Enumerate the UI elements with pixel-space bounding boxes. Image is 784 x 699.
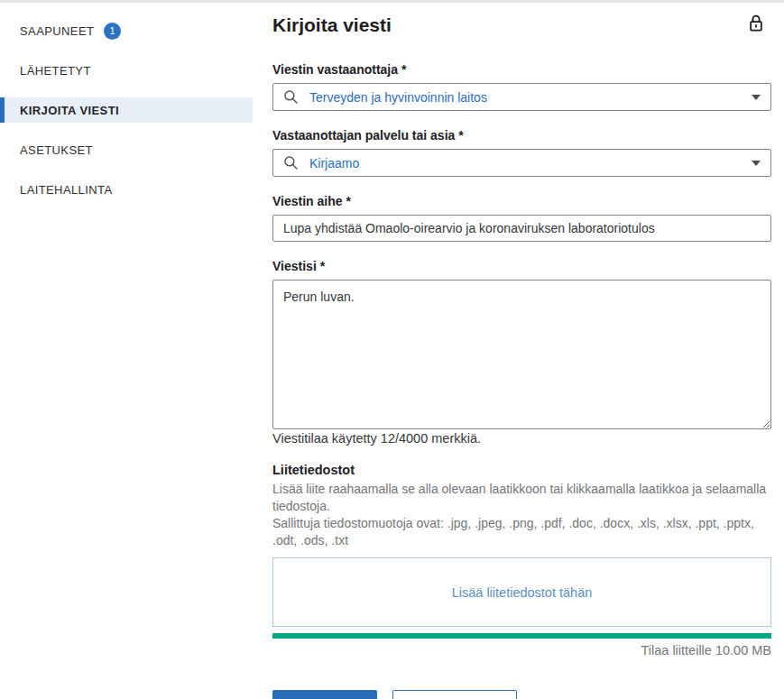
- service-select[interactable]: Kirjaamo: [272, 149, 771, 177]
- attachment-dropzone[interactable]: Lisää liitetiedostot tähän: [272, 557, 771, 627]
- attachment-space-info: Tilaa liitteille 10.00 MB: [272, 643, 771, 658]
- page-title: Kirjoita viesti: [272, 13, 392, 38]
- search-icon: [283, 155, 299, 170]
- character-count: Viestitilaa käytetty 12/4000 merkkiä.: [272, 431, 771, 446]
- search-icon: [283, 89, 299, 105]
- chevron-down-icon: [752, 95, 761, 100]
- sidebar-item-lahetetyt[interactable]: LÄHETETYT: [0, 58, 253, 83]
- service-value: Kirjaamo: [309, 156, 359, 170]
- recipient-value: Terveyden ja hyvinvoinnin laitos: [309, 90, 487, 105]
- cancel-button[interactable]: Peruuta kirjoitus: [392, 690, 518, 699]
- attachment-space-bar: [272, 633, 771, 639]
- subject-label: Viestin aihe *: [272, 193, 771, 209]
- sidebar-item-label: SAAPUNEET: [20, 24, 94, 38]
- subject-input[interactable]: [272, 215, 771, 242]
- message-label: Viestisi *: [272, 258, 771, 274]
- sidebar-item-saapuneet[interactable]: SAAPUNEET 1: [0, 18, 253, 43]
- page-layout: SAAPUNEET 1 LÄHETETYT KIRJOITA VIESTI AS…: [0, 3, 784, 699]
- send-button[interactable]: Lähetä viesti: [272, 690, 377, 699]
- attachments-help: Lisää liite raahaamalla se alla olevaan …: [272, 481, 771, 549]
- title-row: Kirjoita viesti: [272, 13, 771, 38]
- sidebar-item-asetukset[interactable]: ASETUKSET: [0, 137, 253, 162]
- attachments-heading: Liitetiedostot: [272, 462, 771, 479]
- sidebar-item-kirjoita-viesti[interactable]: KIRJOITA VIESTI: [0, 97, 253, 123]
- add-attachments-link[interactable]: Lisää liitetiedostot tähän: [452, 585, 593, 600]
- lock-icon: [748, 14, 764, 36]
- chevron-down-icon: [752, 161, 761, 166]
- unread-count-badge: 1: [104, 23, 121, 40]
- service-label: Vastaanottajan palvelu tai asia *: [272, 127, 771, 143]
- sidebar-item-laitehallinta[interactable]: LAITEHALLINTA: [0, 177, 253, 202]
- sidebar-item-label: LAITEHALLINTA: [20, 183, 113, 197]
- attachments-help-line2: Sallittuja tiedostomuotoja ovat: .jpg, .…: [272, 515, 771, 549]
- sidebar-item-label: ASETUKSET: [20, 143, 93, 157]
- form-actions: Lähetä viesti Peruuta kirjoitus: [272, 690, 771, 699]
- recipient-label: Viestin vastaanottaja *: [272, 61, 771, 78]
- compose-message-panel: Kirjoita viesti Viestin vastaanottaja * …: [253, 3, 784, 699]
- recipient-select[interactable]: Terveyden ja hyvinvoinnin laitos: [272, 83, 771, 111]
- sidebar: SAAPUNEET 1 LÄHETETYT KIRJOITA VIESTI AS…: [0, 3, 253, 699]
- message-textarea[interactable]: Perun luvan.: [272, 280, 771, 429]
- sidebar-item-label: KIRJOITA VIESTI: [20, 104, 119, 117]
- attachments-help-line1: Lisää liite raahaamalla se alla olevaan …: [272, 481, 771, 515]
- sidebar-item-label: LÄHETETYT: [20, 64, 91, 78]
